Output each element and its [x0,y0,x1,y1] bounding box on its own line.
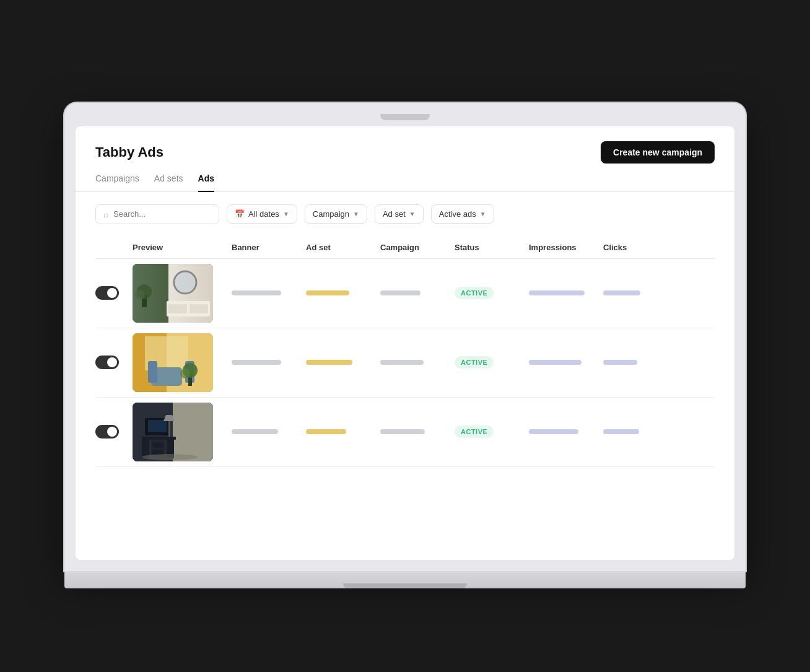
row-status-2: ACTIVE [455,356,529,369]
row-preview-1 [133,264,232,323]
col-clicks: Clicks [603,243,665,252]
row-banner-3 [232,429,306,434]
row-clicks-1 [603,290,665,295]
svg-point-9 [135,290,145,300]
svg-rect-6 [189,304,208,313]
living-image [133,333,213,392]
tab-ads[interactable]: Ads [198,173,214,192]
ad-toggle[interactable] [95,425,119,439]
row-impressions-1 [529,290,603,295]
campaign-filter-button[interactable]: Campaign ▼ [305,204,367,224]
ad-toggle[interactable] [95,286,119,300]
svg-rect-30 [148,420,167,432]
calendar-icon: 📅 [235,209,245,219]
laptop-base [64,571,746,588]
svg-point-19 [180,369,190,378]
svg-rect-22 [173,403,213,461]
row-status-3: ACTIVE [455,425,529,438]
col-impressions: Impressions [529,243,603,252]
col-toggle [95,243,133,252]
create-campaign-button[interactable]: Create new campaign [601,141,715,164]
bathroom-image [133,264,213,323]
row-adset-1 [306,290,380,295]
row-clicks-3 [603,429,665,434]
tab-campaigns[interactable]: Campaigns [95,173,139,192]
row-campaign-1 [380,290,455,295]
row-toggle-3[interactable] [95,425,133,439]
app-title: Tabby Ads [95,144,163,160]
svg-rect-27 [152,443,163,448]
status-badge: ACTIVE [455,287,494,299]
row-status-1: ACTIVE [455,287,529,299]
col-campaign: Campaign [380,243,455,252]
chevron-down-icon: ▼ [409,211,416,217]
chevron-down-icon: ▼ [480,211,486,217]
svg-rect-31 [168,421,170,437]
row-adset-3 [306,429,380,434]
chevron-down-icon: ▼ [353,211,359,217]
row-campaign-2 [380,360,455,365]
row-campaign-3 [380,429,455,434]
svg-rect-23 [142,437,176,440]
status-badge: ACTIVE [455,425,494,438]
laptop-notch [380,114,430,120]
active-ads-filter-button[interactable]: Active ads ▼ [431,204,494,224]
table-header: Preview Banner Ad set Campaign Status Im… [95,237,715,259]
col-status: Status [455,243,529,252]
row-clicks-2 [603,360,665,365]
svg-point-3 [175,273,195,292]
table-row: ACTIVE [95,398,715,467]
status-badge: ACTIVE [455,356,494,369]
chevron-down-icon: ▼ [283,211,289,217]
active-ads-filter-label: Active ads [439,209,476,219]
filters-bar: ⌕ 📅 All dates ▼ Campaign ▼ Ad set ▼ [76,192,734,237]
row-impressions-2 [529,360,603,365]
col-preview: Preview [133,243,232,252]
col-banner: Banner [232,243,306,252]
ad-toggle[interactable] [95,356,119,369]
search-icon: ⌕ [103,209,108,219]
search-box: ⌕ [95,204,219,224]
app-header: Tabby Ads Create new campaign [76,126,734,164]
row-banner-2 [232,360,306,365]
svg-rect-15 [148,361,157,383]
ad-preview-image [133,333,213,392]
col-adset: Ad set [306,243,380,252]
dates-filter-button[interactable]: 📅 All dates ▼ [227,204,297,224]
svg-rect-28 [152,450,163,455]
table-row: ACTIVE [95,328,715,398]
row-toggle-2[interactable] [95,356,133,369]
search-input[interactable] [113,209,211,219]
tab-adsets[interactable]: Ad sets [154,173,183,192]
row-adset-2 [306,360,380,365]
office-image [133,403,213,461]
row-preview-2 [133,333,232,392]
svg-rect-5 [168,304,187,313]
adset-filter-label: Ad set [383,209,406,219]
table-row: ACTIVE [95,259,715,328]
ad-preview-image [133,264,213,323]
svg-point-33 [142,454,198,460]
nav-tabs: Campaigns Ad sets Ads [76,164,734,192]
ad-preview-image [133,403,213,461]
row-toggle-1[interactable] [95,286,133,300]
row-preview-3 [133,403,232,461]
ads-table: Preview Banner Ad set Campaign Status Im… [76,237,734,467]
adset-filter-button[interactable]: Ad set ▼ [375,204,424,224]
row-impressions-3 [529,429,603,434]
dates-filter-label: All dates [248,209,279,219]
campaign-filter-label: Campaign [313,209,349,219]
row-banner-1 [232,290,306,295]
